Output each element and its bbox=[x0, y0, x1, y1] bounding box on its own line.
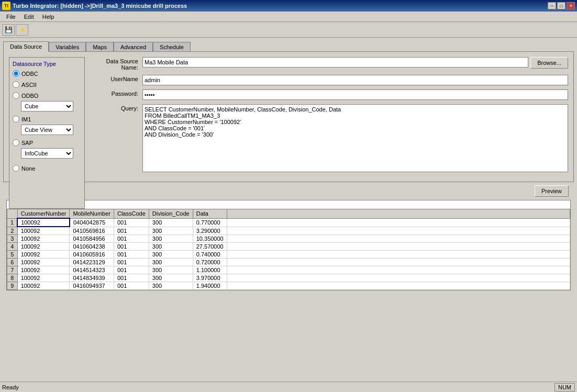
preview-row: Preview bbox=[85, 182, 574, 200]
row-number: 1 bbox=[7, 218, 18, 227]
grid-cell: 100092 bbox=[17, 259, 70, 266]
grid-cell: 3.290000 bbox=[193, 227, 227, 235]
infocube-select[interactable]: InfoCube bbox=[21, 148, 73, 159]
grid-header-rownum bbox=[7, 209, 18, 219]
radio-odbo-label: ODBO bbox=[21, 93, 38, 99]
grid-cell: 300 bbox=[149, 243, 193, 251]
radio-im1-input[interactable] bbox=[13, 116, 19, 122]
query-row: Query: SELECT CustomerNumber, MobileNumb… bbox=[90, 104, 568, 172]
grid-cell-empty bbox=[227, 259, 570, 266]
grid-cell: 0414223129 bbox=[70, 259, 114, 266]
row-number: 7 bbox=[7, 266, 18, 274]
grid-cell: 001 bbox=[114, 251, 149, 259]
row-number: 5 bbox=[7, 251, 18, 259]
datasource-type-box: Datasource Type ODBC ASCII bbox=[9, 57, 85, 209]
radio-odbc-input[interactable] bbox=[13, 70, 19, 77]
radio-sap-input[interactable] bbox=[13, 139, 19, 146]
close-button[interactable]: ✕ bbox=[567, 2, 575, 9]
tab-data-source[interactable]: Data Source bbox=[3, 41, 49, 52]
password-row: Password: bbox=[90, 89, 568, 100]
grid-cell: 27.570000 bbox=[193, 243, 227, 251]
grid-header-divisioncode: Division_Code bbox=[149, 209, 193, 219]
grid-header-extra bbox=[227, 209, 570, 219]
username-controls bbox=[142, 75, 568, 85]
row-number: 4 bbox=[7, 243, 18, 251]
cube-view-select[interactable]: Cube View bbox=[21, 125, 73, 135]
grid-cell: 100092 bbox=[17, 235, 70, 243]
table-row: 610009204142231290013000.720000 bbox=[7, 259, 570, 266]
row-number: 9 bbox=[7, 282, 18, 290]
grid-cell: 100092 bbox=[17, 274, 70, 282]
password-input[interactable] bbox=[142, 89, 568, 100]
grid-cell: 10.350000 bbox=[193, 235, 227, 243]
grid-cell: 300 bbox=[149, 282, 193, 290]
grid-cell: 0410584956 bbox=[70, 235, 114, 243]
radio-ascii-input[interactable] bbox=[13, 81, 19, 88]
menu-bar: File Edit Help bbox=[0, 12, 577, 22]
table-row: 110009204040428750013000.770000 bbox=[7, 218, 570, 227]
table-row: 3100092041058495600130010.350000 bbox=[7, 235, 570, 243]
grid-cell: 300 bbox=[149, 227, 193, 235]
menu-file[interactable]: File bbox=[2, 13, 20, 21]
radio-odbo-input[interactable] bbox=[13, 92, 19, 99]
datasource-name-input[interactable] bbox=[142, 57, 528, 68]
username-input[interactable] bbox=[142, 75, 568, 85]
cube-dropdown-group: Cube bbox=[21, 101, 81, 111]
tab-bar: Data Source Variables Maps Advanced Sche… bbox=[3, 41, 574, 51]
grid-cell-empty bbox=[227, 251, 570, 259]
password-controls bbox=[142, 89, 568, 100]
browse-button[interactable]: Browse... bbox=[530, 57, 568, 69]
tab-maps[interactable]: Maps bbox=[86, 42, 114, 52]
grid-cell: 300 bbox=[149, 259, 193, 266]
grid-cell: 0414834939 bbox=[70, 274, 114, 282]
toolbar: 💾 ⚡ bbox=[0, 22, 577, 38]
grid-cell: 001 bbox=[114, 266, 149, 274]
grid-cell-empty bbox=[227, 227, 570, 235]
grid-cell: 300 bbox=[149, 235, 193, 243]
row-number: 6 bbox=[7, 259, 18, 266]
grid-cell-empty bbox=[227, 243, 570, 251]
grid-cell: 0416094937 bbox=[70, 282, 114, 290]
radio-odbo: ODBO bbox=[13, 92, 81, 99]
grid-header-data: Data bbox=[193, 209, 227, 219]
datasource-name-label: Data Source Name: bbox=[90, 57, 142, 71]
datasource-name-controls: Browse... bbox=[142, 57, 568, 69]
grid-cell: 100092 bbox=[17, 227, 70, 235]
tab-panel-datasource: Datasource Type ODBC ASCII bbox=[3, 51, 574, 182]
grid-cell: 0410604238 bbox=[70, 243, 114, 251]
save-button[interactable]: 💾 bbox=[2, 24, 15, 36]
password-label: Password: bbox=[90, 89, 142, 97]
run-button[interactable]: ⚡ bbox=[16, 24, 28, 36]
table-row: 910009204160949370013001.940000 bbox=[7, 282, 570, 290]
table-row: 4100092041060423800130027.570000 bbox=[7, 243, 570, 251]
menu-help[interactable]: Help bbox=[38, 13, 59, 21]
grid-cell: 001 bbox=[114, 218, 149, 227]
minimize-button[interactable]: ─ bbox=[548, 2, 556, 9]
grid-cell-empty bbox=[227, 266, 570, 274]
row-number: 8 bbox=[7, 274, 18, 282]
query-textarea[interactable]: SELECT CustomerNumber, MobileNumber, Cla… bbox=[142, 104, 568, 172]
username-row: UserName bbox=[90, 75, 568, 85]
tab-schedule[interactable]: Schedule bbox=[153, 42, 191, 52]
row-number: 3 bbox=[7, 235, 18, 243]
datasource-name-row: Data Source Name: Browse... bbox=[90, 57, 568, 71]
grid-cell: 0410569816 bbox=[70, 227, 114, 235]
grid-cell: 0410605916 bbox=[70, 251, 114, 259]
cube-select[interactable]: Cube bbox=[21, 101, 73, 111]
title-bar: TI Turbo Integrator: [hidden] ->]Drill_m… bbox=[0, 0, 577, 12]
tab-variables[interactable]: Variables bbox=[49, 42, 86, 52]
grid-cell-empty bbox=[227, 282, 570, 290]
content-area: Data Source Variables Maps Advanced Sche… bbox=[0, 38, 577, 392]
preview-button[interactable]: Preview bbox=[535, 185, 569, 197]
radio-none-input[interactable] bbox=[13, 165, 19, 172]
tab-advanced[interactable]: Advanced bbox=[114, 42, 153, 52]
menu-edit[interactable]: Edit bbox=[20, 13, 38, 21]
maximize-button[interactable]: □ bbox=[557, 2, 565, 9]
grid-cell: 100092 bbox=[17, 282, 70, 290]
num-indicator: NUM bbox=[554, 383, 575, 391]
radio-odbc: ODBC bbox=[13, 70, 81, 77]
grid-cell: 300 bbox=[149, 251, 193, 259]
infocube-dropdown-group: InfoCube bbox=[21, 148, 81, 159]
radio-ascii-label: ASCII bbox=[21, 82, 37, 88]
grid-cell: 1.940000 bbox=[193, 282, 227, 290]
